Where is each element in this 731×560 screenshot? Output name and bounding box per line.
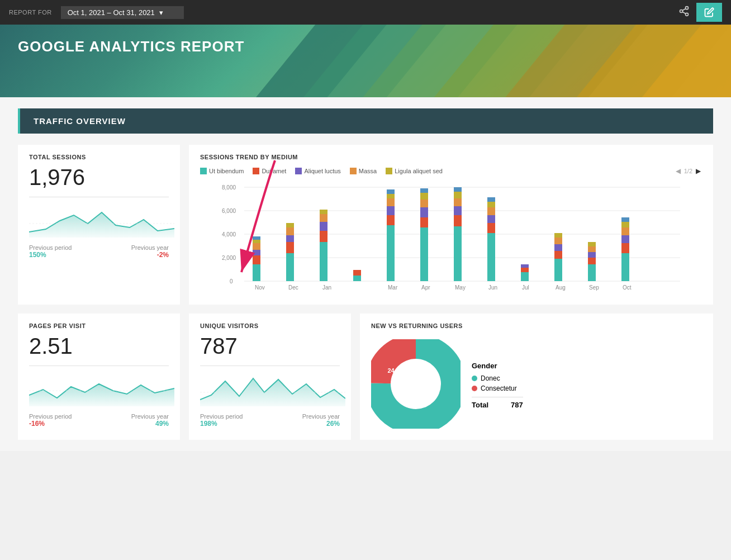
total-value: 787: [511, 401, 523, 409]
svg-rect-83: [588, 258, 596, 264]
svg-text:24.8%: 24.8%: [387, 367, 405, 374]
svg-rect-43: [353, 270, 361, 276]
legend-item-3: Massa: [350, 168, 377, 174]
svg-rect-49: [387, 189, 395, 194]
new-vs-returning-card: NEW VS RETURNING USERS 24.8% 75.2%: [360, 314, 713, 440]
total-sessions-prev-year-label: Previous year: [131, 244, 169, 251]
svg-point-1: [680, 10, 683, 12]
unique-visitors-label: UNIQUE VISITORS: [200, 322, 340, 329]
date-range-selector[interactable]: Oct 1, 2021 – Oct 31, 2021 ▾: [61, 6, 184, 19]
main-content: TRAFFIC OVERVIEW TOTAL SESSIONS 1,976: [0, 97, 731, 451]
banner-decoration: [256, 25, 731, 97]
legend-label-1: Dui amet: [262, 168, 286, 174]
total-sessions-prev-year-value: -2%: [131, 251, 169, 259]
svg-rect-56: [420, 188, 428, 193]
total-sessions-card: TOTAL SESSIONS 1,976 Previous period: [18, 145, 180, 305]
svg-rect-48: [387, 194, 395, 198]
svg-rect-60: [454, 206, 462, 215]
legend-item-2: Aliquet luctus: [295, 168, 340, 174]
svg-rect-62: [454, 192, 462, 198]
svg-rect-58: [454, 226, 462, 281]
svg-rect-32: [286, 235, 294, 242]
svg-rect-89: [621, 243, 629, 253]
svg-rect-47: [387, 198, 395, 206]
svg-text:Mar: Mar: [388, 284, 398, 291]
svg-rect-31: [286, 242, 294, 253]
legend-item-1: Dui amet: [253, 168, 286, 174]
svg-point-2: [686, 13, 689, 16]
unique-visitors-value: 787: [200, 334, 340, 359]
donut-total-row: Total 787: [472, 397, 523, 409]
legend-pagination: 1/2: [684, 168, 692, 174]
legend-color-4: [386, 168, 392, 174]
legend-color-1: [253, 168, 259, 174]
legend-label-0: Ut bibendum: [209, 168, 244, 174]
top-bar: REPORT FOR Oct 1, 2021 – Oct 31, 2021 ▾: [0, 0, 731, 25]
legend-color-3: [350, 168, 357, 174]
share-button[interactable]: [676, 3, 692, 22]
total-label: Total: [472, 401, 488, 409]
svg-rect-76: [554, 259, 562, 281]
legend-color-0: [200, 168, 207, 174]
svg-rect-88: [621, 253, 629, 281]
svg-rect-27: [253, 240, 260, 243]
legend-label-2: Aliquet luctus: [304, 168, 340, 174]
svg-text:Nov: Nov: [255, 284, 265, 291]
pages-per-visit-value: 2.51: [29, 334, 169, 359]
uv-prev-year-label: Previous year: [302, 413, 340, 420]
svg-point-0: [686, 6, 689, 9]
svg-rect-74: [521, 264, 529, 268]
top-bar-icons: [676, 3, 722, 22]
svg-rect-66: [487, 223, 495, 233]
svg-rect-65: [487, 233, 495, 281]
uv-prev-year-value: 26%: [302, 420, 340, 428]
svg-rect-69: [487, 202, 495, 207]
legend-item-0: Ut bibendum: [200, 168, 244, 174]
svg-rect-23: [253, 264, 260, 281]
pages-per-visit-label: PAGES PER VISIT: [29, 322, 169, 329]
svg-rect-33: [286, 227, 294, 235]
legend-prev-button[interactable]: ◀: [675, 166, 682, 176]
svg-rect-53: [420, 207, 428, 217]
ppv-prev-period-value: -16%: [29, 420, 72, 428]
section-header-traffic: TRAFFIC OVERVIEW: [18, 108, 713, 134]
total-sessions-label: TOTAL SESSIONS: [29, 154, 169, 160]
svg-rect-59: [454, 215, 462, 226]
top-stats-row: TOTAL SESSIONS 1,976 Previous period: [18, 145, 713, 305]
svg-rect-30: [286, 253, 294, 281]
svg-rect-80: [554, 233, 562, 238]
svg-text:Jul: Jul: [522, 284, 529, 291]
donec-dot: [472, 376, 477, 381]
svg-text:Oct: Oct: [623, 284, 632, 291]
edit-button[interactable]: [696, 3, 722, 22]
title-banner: GOOGLE ANALYTICS REPORT: [0, 25, 731, 97]
svg-rect-77: [554, 251, 562, 259]
legend-next-button[interactable]: ▶: [695, 166, 702, 176]
consectetur-dot: [472, 386, 477, 391]
uv-prev-period-label: Previous period: [200, 413, 243, 420]
uv-prev-period-value: 198%: [200, 420, 243, 428]
donut-legend: Gender Donec Consectetur Total 787: [472, 362, 523, 409]
donut-chart-container: 24.8% 75.2%: [371, 339, 461, 431]
ppv-prev-period-label: Previous period: [29, 413, 72, 420]
svg-rect-25: [253, 250, 260, 255]
total-sessions-footer: Previous period 150% Previous year -2%: [29, 244, 169, 259]
svg-rect-92: [621, 222, 629, 227]
svg-rect-37: [320, 231, 327, 242]
svg-rect-38: [320, 222, 327, 231]
sessions-trend-title: SESSIONS TREND BY MEDIUM: [200, 154, 702, 160]
svg-text:4,000: 4,000: [222, 231, 236, 238]
bottom-row: PAGES PER VISIT 2.51 Previous period -16…: [18, 314, 713, 440]
legend-label-4: Ligula aliquet sed: [395, 168, 443, 174]
svg-text:Sep: Sep: [589, 284, 599, 291]
legend-consectetur: Consectetur: [472, 385, 523, 392]
svg-rect-70: [487, 197, 495, 202]
svg-text:Aug: Aug: [556, 284, 566, 291]
svg-rect-55: [420, 193, 428, 200]
total-sessions-prev-period-label: Previous period: [29, 244, 72, 251]
report-for-label: REPORT FOR: [9, 9, 52, 16]
unique-visitors-card: UNIQUE VISITORS 787 Previous period 198%: [189, 314, 351, 440]
svg-text:Jun: Jun: [488, 284, 497, 291]
svg-rect-52: [420, 217, 428, 227]
ppv-prev-year-label: Previous year: [131, 413, 169, 420]
